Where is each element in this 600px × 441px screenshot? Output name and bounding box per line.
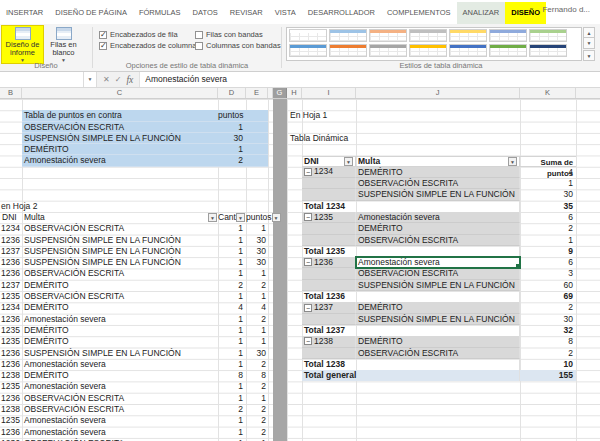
- multa-cell[interactable]: DEMÉRITO: [22, 280, 218, 291]
- style-thumbnail[interactable]: [329, 29, 367, 42]
- cant-cell[interactable]: 1: [218, 246, 246, 257]
- dni-cell[interactable]: 1235: [0, 325, 22, 336]
- pivot-dni-cell[interactable]: 1234: [302, 167, 356, 178]
- name-box-dropdown-icon[interactable]: ▼: [84, 72, 97, 87]
- name-box[interactable]: [0, 72, 84, 87]
- pivot-row[interactable]: 1234 DEMÉRITO 4: [302, 167, 576, 178]
- pivot-value-cell[interactable]: 35: [520, 201, 576, 212]
- pivot-row[interactable]: Total 1238 10: [302, 359, 576, 370]
- gallery-scroll-up-icon[interactable]: ▲: [583, 27, 595, 38]
- dni-cell[interactable]: 1236: [0, 359, 22, 370]
- column-header[interactable]: D: [218, 88, 246, 98]
- pivot-dni-cell[interactable]: 1238: [302, 336, 356, 347]
- pivot-dni-cell[interactable]: [302, 223, 356, 234]
- pivot-row[interactable]: Total 1235 9: [302, 246, 576, 257]
- collapse-minus-icon[interactable]: [304, 337, 312, 345]
- pivot-value-cell[interactable]: 1: [520, 178, 576, 189]
- dni-cell[interactable]: 1236: [0, 235, 22, 246]
- puntos-cell[interactable]: 2: [246, 381, 268, 392]
- pivot-value-cell[interactable]: 8: [520, 336, 576, 347]
- dni-cell[interactable]: 1236: [0, 427, 22, 438]
- dni-cell[interactable]: 1236: [0, 257, 22, 268]
- dni-cell[interactable]: 1236: [0, 393, 22, 404]
- cant-cell[interactable]: 1: [218, 314, 246, 325]
- pivot-value-cell[interactable]: 60: [520, 280, 576, 291]
- pivot-multa-cell[interactable]: OBSERVACIÓN ESCRITA: [356, 178, 520, 189]
- filter-dropdown-icon[interactable]: [508, 157, 517, 166]
- enter-icon[interactable]: ✓: [115, 75, 122, 84]
- pivot-value-cell[interactable]: 155: [520, 370, 576, 381]
- dni-cell[interactable]: 1236: [0, 314, 22, 325]
- multa-cell[interactable]: OBSERVACIÓN ESCRITA: [22, 404, 218, 415]
- ribbon-button[interactable]: Filas en blanco ▼: [43, 26, 84, 63]
- table-row[interactable]: 1236 SUSPENSIÓN SIMPLE EN LA FUNCIÓN 1 3…: [0, 348, 268, 359]
- style-thumbnail[interactable]: [289, 29, 327, 42]
- cant-cell[interactable]: 2: [218, 404, 246, 415]
- collapse-minus-icon[interactable]: [304, 304, 312, 312]
- pivot-multa-cell[interactable]: DEMÉRITO: [356, 336, 520, 347]
- filter-dropdown-icon[interactable]: [272, 213, 281, 222]
- puntos-cell[interactable]: 30: [246, 235, 268, 246]
- puntos-cell[interactable]: 1: [246, 291, 268, 302]
- pivot-value-cell[interactable]: 10: [520, 359, 576, 370]
- pivot-multa-cell[interactable]: Amonestación severa: [356, 212, 520, 223]
- column-header[interactable]: E: [246, 88, 268, 98]
- style-option-checkbox[interactable]: Encabezados de fila: [99, 30, 191, 39]
- cant-cell[interactable]: 1: [218, 325, 246, 336]
- pivot-multa-cell[interactable]: SUSPENSIÓN SIMPLE EN LA FUNCIÓN: [356, 314, 520, 325]
- pivot-header-dni[interactable]: DNI: [302, 156, 356, 167]
- multa-cell[interactable]: DEMÉRITO: [22, 336, 218, 347]
- table-row[interactable]: 1236 OBSERVACIÓN ESCRITA 1 1: [0, 393, 268, 404]
- pivot-header-multa[interactable]: Multa: [356, 156, 520, 167]
- table-row[interactable]: 1238 OBSERVACIÓN ESCRITA 2 2: [0, 404, 268, 415]
- pivot-multa-cell[interactable]: DEMÉRITO: [356, 223, 520, 234]
- column-header[interactable]: C: [22, 88, 218, 98]
- pivot-row[interactable]: SUSPENSIÓN SIMPLE EN LA FUNCIÓN 30: [302, 314, 576, 325]
- puntos-cell[interactable]: 1: [246, 325, 268, 336]
- pivot-value-cell[interactable]: 30: [520, 314, 576, 325]
- dni-cell[interactable]: 1235: [0, 336, 22, 347]
- cant-cell[interactable]: 1: [218, 291, 246, 302]
- pivot-multa-cell[interactable]: DEMÉRITO: [356, 167, 520, 178]
- style-thumbnail[interactable]: [449, 44, 487, 57]
- pivot-row[interactable]: 1235 Amonestación severa 6: [302, 212, 576, 223]
- filter-dropdown-icon[interactable]: [208, 213, 217, 222]
- style-thumbnail[interactable]: [409, 29, 447, 42]
- pivot-value-cell[interactable]: 9: [520, 246, 576, 257]
- table-row[interactable]: 1236 Amonestación severa 1 2: [0, 359, 268, 370]
- table-row[interactable]: 1238 DEMÉRITO 8 8: [0, 370, 268, 381]
- multa-cell[interactable]: SUSPENSIÓN SIMPLE EN LA FUNCIÓN: [22, 246, 218, 257]
- multa-cell[interactable]: OBSERVACIÓN ESCRITA: [22, 393, 218, 404]
- header-cant[interactable]: Cant: [218, 212, 246, 223]
- puntos-cell[interactable]: 1: [246, 223, 268, 234]
- collapse-minus-icon[interactable]: [304, 168, 312, 176]
- pivot-dni-cell[interactable]: [302, 178, 356, 189]
- ribbon-tab[interactable]: DISEÑO DE PÁGINA: [49, 2, 133, 24]
- multa-cell[interactable]: DEMÉRITO: [22, 325, 218, 336]
- cant-cell[interactable]: 1: [218, 257, 246, 268]
- puntos-cell[interactable]: 2: [246, 427, 268, 438]
- pivot-value-cell[interactable]: 2: [520, 302, 576, 313]
- puntos-cell[interactable]: 30: [246, 257, 268, 268]
- header-dni[interactable]: DNI: [0, 212, 22, 223]
- column-header[interactable]: K: [520, 88, 576, 98]
- multa-cell[interactable]: SUSPENSIÓN SIMPLE EN LA FUNCIÓN: [22, 235, 218, 246]
- header-multa[interactable]: Multa: [22, 212, 218, 223]
- style-thumbnail[interactable]: [369, 29, 407, 42]
- ribbon-tab[interactable]: DATOS: [187, 2, 224, 24]
- table-row[interactable]: 1234 OBSERVACIÓN ESCRITA 1 1: [0, 223, 268, 234]
- multa-cell[interactable]: DEMÉRITO: [22, 370, 218, 381]
- cant-cell[interactable]: 1: [218, 268, 246, 279]
- table-row[interactable]: 1235 Amonestación severa 1 2: [0, 415, 268, 426]
- pivot-value-cell[interactable]: 32: [520, 325, 576, 336]
- points-table-row[interactable]: DEMÉRITO 1: [22, 144, 268, 155]
- style-thumbnail[interactable]: [369, 44, 407, 57]
- pivot-row[interactable]: Total general 155: [302, 370, 576, 381]
- style-thumbnail[interactable]: [489, 29, 527, 42]
- cant-cell[interactable]: 1: [218, 393, 246, 404]
- cant-cell[interactable]: 1: [218, 235, 246, 246]
- multa-cell[interactable]: Amonestación severa: [22, 314, 218, 325]
- style-option-checkbox[interactable]: Columnas con bandas: [195, 41, 279, 50]
- cant-cell[interactable]: 1: [218, 381, 246, 392]
- pivot-dni-cell[interactable]: [302, 348, 356, 359]
